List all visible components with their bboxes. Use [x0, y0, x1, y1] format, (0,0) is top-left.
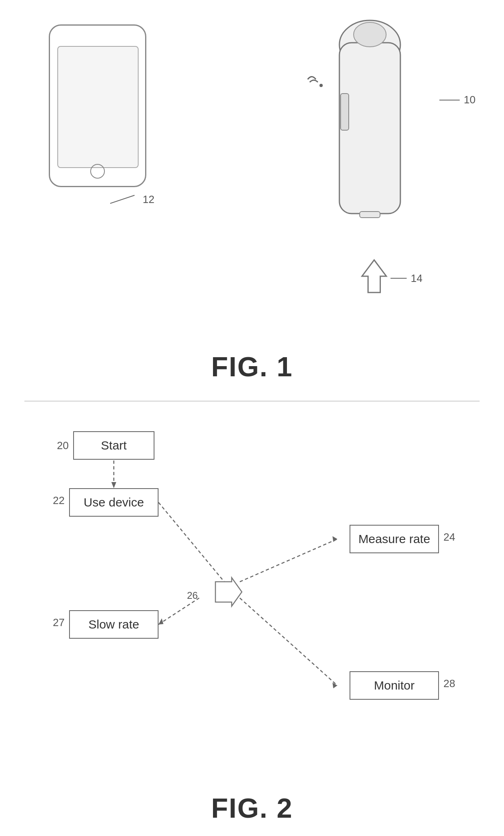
- phone-body: [49, 24, 146, 187]
- arrow-label-text: 14: [411, 272, 423, 285]
- svg-line-12: [159, 502, 228, 586]
- fig1-area: 12: [0, 0, 504, 395]
- device-label-line: [439, 94, 464, 106]
- svg-point-5: [354, 22, 386, 47]
- measure-rate-box: Measure rate: [350, 525, 439, 553]
- device-wifi-icon: [301, 73, 325, 94]
- svg-point-2: [319, 84, 323, 87]
- start-label: Start: [101, 439, 126, 452]
- label-28: 28: [443, 677, 455, 690]
- device-illustration: 10 14: [325, 12, 455, 250]
- measure-rate-label: Measure rate: [358, 532, 430, 546]
- slow-rate-label: Slow rate: [88, 618, 139, 631]
- label-27: 27: [53, 616, 65, 629]
- svg-marker-9: [362, 260, 387, 292]
- start-box: Start: [73, 431, 154, 460]
- svg-rect-6: [341, 94, 349, 130]
- fig1-title: FIG. 1: [211, 351, 293, 382]
- separator-line: [24, 401, 480, 402]
- svg-line-15: [240, 598, 337, 685]
- device-label-text: 10: [464, 94, 476, 106]
- label-20: 20: [57, 439, 69, 452]
- arrow-up-svg: [358, 258, 391, 299]
- arrow-label-container: 14: [358, 258, 423, 299]
- use-device-label: Use device: [84, 495, 144, 509]
- phone-label-line: [110, 191, 143, 207]
- svg-line-14: [240, 539, 337, 582]
- label-24: 24: [443, 531, 455, 544]
- fig2-area: Start 20 Use device 22 Slow rate 27 Meas…: [0, 407, 504, 836]
- label-26: 26: [187, 590, 198, 601]
- svg-rect-7: [360, 212, 380, 218]
- svg-marker-19: [159, 618, 163, 624]
- label-22: 22: [53, 494, 65, 507]
- svg-line-1: [110, 195, 135, 203]
- fig2-title: FIG. 2: [211, 792, 293, 824]
- phone-screen: [57, 46, 139, 168]
- svg-marker-16: [111, 482, 116, 488]
- monitor-label: Monitor: [374, 679, 415, 692]
- page: 12: [0, 0, 504, 836]
- use-device-box: Use device: [69, 488, 159, 517]
- svg-marker-18: [332, 683, 337, 688]
- phone-home-button: [90, 164, 105, 179]
- flowchart: Start 20 Use device 22 Slow rate 27 Meas…: [0, 423, 504, 789]
- device-body-svg: [325, 12, 415, 248]
- svg-line-13: [159, 598, 199, 624]
- flowchart-arrows: [0, 423, 504, 789]
- slow-rate-box: Slow rate: [69, 610, 159, 639]
- svg-marker-20: [215, 578, 242, 606]
- phone-label-container: 12: [110, 191, 154, 207]
- device-label-container: 10: [439, 94, 476, 106]
- monitor-box: Monitor: [350, 671, 439, 700]
- label-14-line: [391, 272, 411, 284]
- svg-marker-17: [332, 536, 337, 542]
- phone-label-text: 12: [143, 193, 154, 206]
- phone-illustration: 12: [41, 24, 154, 187]
